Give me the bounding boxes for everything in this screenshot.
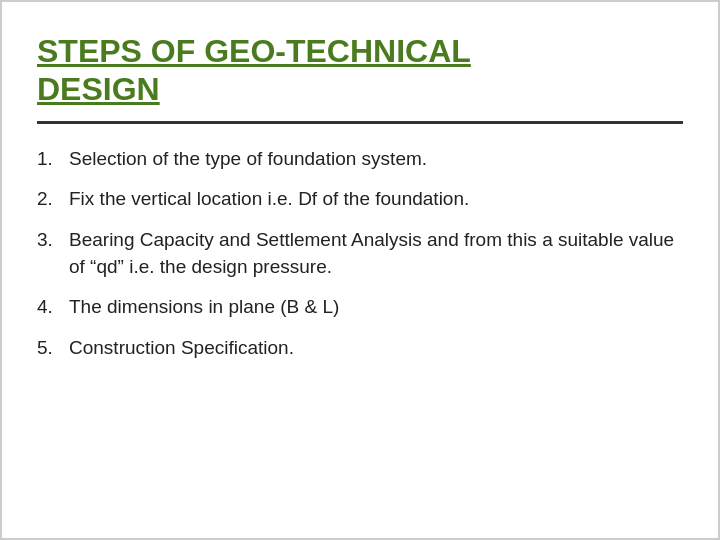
list-number-5: 5. <box>37 335 69 362</box>
list-item: 4. The dimensions in plane (B & L) <box>37 294 683 321</box>
list-text-2: Fix the vertical location i.e. Df of the… <box>69 186 683 213</box>
list-text-5: Construction Specification. <box>69 335 683 362</box>
slide-title: STEPS OF GEO-TECHNICAL DESIGN <box>37 32 683 109</box>
list-text-3: Bearing Capacity and Settlement Analysis… <box>69 227 683 280</box>
slide-container: STEPS OF GEO-TECHNICAL DESIGN 1. Selecti… <box>0 0 720 540</box>
list-item: 2. Fix the vertical location i.e. Df of … <box>37 186 683 213</box>
list-number-2: 2. <box>37 186 69 213</box>
list-item: 5. Construction Specification. <box>37 335 683 362</box>
list-text-4: The dimensions in plane (B & L) <box>69 294 683 321</box>
title-line1: STEPS OF GEO-TECHNICAL <box>37 33 471 69</box>
title-section: STEPS OF GEO-TECHNICAL DESIGN <box>37 32 683 124</box>
list-number-4: 4. <box>37 294 69 321</box>
title-line2: DESIGN <box>37 71 160 107</box>
list-number-1: 1. <box>37 146 69 173</box>
content-list: 1. Selection of the type of foundation s… <box>37 146 683 508</box>
list-item: 1. Selection of the type of foundation s… <box>37 146 683 173</box>
list-number-3: 3. <box>37 227 69 254</box>
list-text-1: Selection of the type of foundation syst… <box>69 146 683 173</box>
list-item: 3. Bearing Capacity and Settlement Analy… <box>37 227 683 280</box>
